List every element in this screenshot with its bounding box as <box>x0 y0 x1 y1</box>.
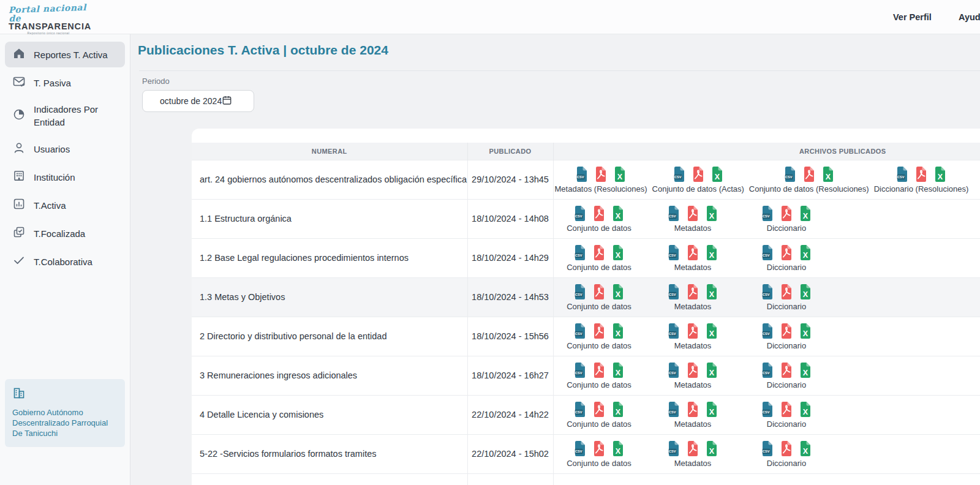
xls-file-icon[interactable]: X <box>611 323 625 339</box>
pdf-file-icon[interactable] <box>592 205 606 222</box>
pdf-file-icon[interactable] <box>686 244 699 261</box>
xls-file-icon[interactable]: X <box>705 323 718 339</box>
csv-file-icon[interactable]: CSV <box>667 440 680 457</box>
csv-file-icon[interactable]: CSV <box>573 323 587 339</box>
file-group-label: Diccionario <box>767 459 806 468</box>
csv-file-icon[interactable]: CSV <box>761 205 774 222</box>
file-group: CSVXDiccionario <box>742 362 831 389</box>
pdf-file-icon[interactable] <box>780 284 793 300</box>
ver-perfil-link[interactable]: Ver Perfil <box>893 12 932 22</box>
csv-file-icon[interactable]: CSV <box>667 244 680 261</box>
csv-file-icon[interactable]: CSV <box>667 284 680 300</box>
csv-file-icon[interactable]: CSV <box>783 166 797 182</box>
csv-file-icon[interactable]: CSV <box>573 205 587 222</box>
sidebar-item-indicadores-por-entidad[interactable]: Indicadores Por Entidad <box>5 98 125 133</box>
pdf-file-icon[interactable] <box>594 166 608 182</box>
xls-file-icon[interactable]: X <box>705 205 718 222</box>
sidebar-item-reportes-t-activa[interactable]: Reportes T. Activa <box>5 42 125 67</box>
file-group-label: Diccionario <box>767 419 806 429</box>
xls-file-icon[interactable]: X <box>799 440 812 457</box>
pdf-file-icon[interactable] <box>780 401 793 418</box>
pdf-file-icon[interactable] <box>592 440 606 457</box>
pdf-file-icon[interactable] <box>592 244 606 261</box>
pdf-file-icon[interactable] <box>780 440 793 457</box>
sidebar-item-t-colaborativa[interactable]: T.Colaborativa <box>5 249 125 274</box>
svg-text:X: X <box>803 211 809 220</box>
csv-file-icon[interactable]: CSV <box>895 166 909 182</box>
xls-file-icon[interactable]: X <box>705 244 718 261</box>
xls-file-icon[interactable]: X <box>611 440 625 457</box>
xls-file-icon[interactable]: X <box>705 284 718 300</box>
pdf-file-icon[interactable] <box>686 323 699 339</box>
file-group: CSVXDiccionario <box>742 401 831 429</box>
xls-file-icon[interactable]: X <box>611 205 625 222</box>
sidebar-item-t-activa[interactable]: T.Activa <box>5 192 125 218</box>
csv-file-icon[interactable]: CSV <box>761 323 774 339</box>
xls-file-icon[interactable]: X <box>799 323 812 339</box>
csv-file-icon[interactable]: CSV <box>761 401 774 418</box>
csv-file-icon[interactable]: CSV <box>575 166 589 182</box>
xls-file-icon[interactable]: X <box>611 284 625 300</box>
xls-file-icon[interactable]: X <box>799 205 812 222</box>
csv-file-icon[interactable]: CSV <box>573 284 587 300</box>
pdf-file-icon[interactable] <box>686 401 699 418</box>
xls-file-icon[interactable]: X <box>613 166 627 182</box>
xls-file-icon[interactable]: X <box>799 362 812 378</box>
sidebar-item-institucion[interactable]: Institución <box>5 164 125 190</box>
sidebar-item-usuarios[interactable]: Usuarios <box>5 136 125 162</box>
csv-file-icon[interactable]: CSV <box>761 440 774 457</box>
csv-file-icon[interactable]: CSV <box>573 401 587 418</box>
sidebar-item-t-pasiva[interactable]: T. Pasiva <box>5 70 125 96</box>
xls-file-icon[interactable]: X <box>705 440 718 457</box>
svg-text:CSV: CSV <box>785 175 793 179</box>
sidebar-item-t-focalizada[interactable]: T.Focalizada <box>5 220 125 246</box>
xls-file-icon[interactable]: X <box>799 244 812 261</box>
xls-file-icon[interactable]: X <box>611 401 625 418</box>
pdf-file-icon[interactable] <box>592 284 606 300</box>
pdf-file-icon[interactable] <box>592 323 606 339</box>
xls-file-icon[interactable]: X <box>799 401 812 418</box>
calendar-icon[interactable] <box>222 95 232 108</box>
pdf-file-icon[interactable] <box>914 166 928 182</box>
csv-file-icon[interactable]: CSV <box>761 284 774 300</box>
pdf-file-icon[interactable] <box>686 440 699 457</box>
svg-text:X: X <box>616 211 621 220</box>
csv-file-icon[interactable]: CSV <box>667 205 680 222</box>
xls-file-icon[interactable]: X <box>821 166 835 182</box>
xls-file-icon[interactable]: X <box>705 362 718 378</box>
csv-file-icon[interactable]: CSV <box>761 244 774 261</box>
pdf-file-icon[interactable] <box>692 166 705 182</box>
svg-text:CSV: CSV <box>575 371 582 375</box>
xls-file-icon[interactable]: X <box>611 244 625 261</box>
csv-file-icon[interactable]: CSV <box>667 401 680 418</box>
pdf-file-icon[interactable] <box>802 166 816 182</box>
csv-file-icon[interactable]: CSV <box>573 362 587 378</box>
svg-text:X: X <box>803 446 809 455</box>
xls-file-icon[interactable]: X <box>705 401 718 418</box>
pdf-file-icon[interactable] <box>780 205 793 222</box>
pdf-file-icon[interactable] <box>780 244 793 261</box>
periodo-date-input[interactable]: octubre de 2024 <box>142 90 254 112</box>
xls-file-icon[interactable]: X <box>611 362 625 378</box>
pdf-file-icon[interactable] <box>780 323 793 339</box>
svg-text:X: X <box>803 329 809 337</box>
csv-file-icon[interactable]: CSV <box>667 362 680 378</box>
pdf-file-icon[interactable] <box>686 205 699 222</box>
xls-file-icon[interactable]: X <box>799 284 812 300</box>
csv-file-icon[interactable]: CSV <box>761 362 774 378</box>
xls-file-icon[interactable]: X <box>933 166 947 182</box>
entity-card[interactable]: Gobierno Autónomo Descentralizado Parroq… <box>5 379 125 447</box>
pdf-file-icon[interactable] <box>592 362 606 378</box>
csv-file-icon[interactable]: CSV <box>573 244 587 261</box>
csv-file-icon[interactable]: CSV <box>673 166 686 182</box>
pdf-file-icon[interactable] <box>780 362 793 378</box>
bar-chart-icon <box>12 197 26 213</box>
pdf-file-icon[interactable] <box>686 284 699 300</box>
csv-file-icon[interactable]: CSV <box>573 440 587 457</box>
pdf-file-icon[interactable] <box>686 362 699 378</box>
pdf-file-icon[interactable] <box>592 401 606 418</box>
csv-file-icon[interactable]: CSV <box>667 323 680 339</box>
xls-file-icon[interactable]: X <box>710 166 724 182</box>
portal-logo[interactable]: Portal nacional de TRANSPARENCIA Reposit… <box>9 4 88 35</box>
ayuda-link[interactable]: Ayuda <box>959 12 980 22</box>
